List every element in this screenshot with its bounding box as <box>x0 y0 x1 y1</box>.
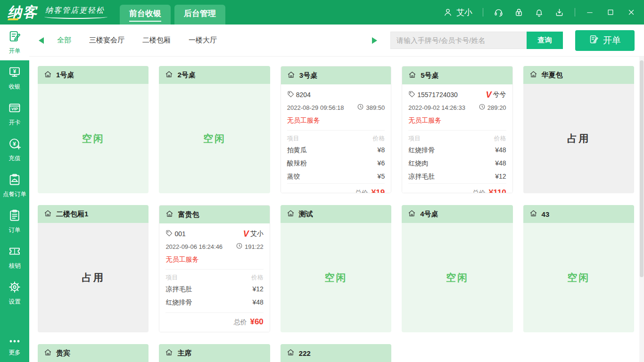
items-header: 项目 价格 <box>408 131 506 144</box>
order-item: 红烧肉 ¥48 <box>408 157 506 170</box>
tag-number: 15571724030 <box>417 91 458 99</box>
sidebar-item-label: 充值 <box>9 155 21 163</box>
table-name: 二楼包厢1 <box>56 210 88 219</box>
table-card-222[interactable]: 222 <box>281 344 391 362</box>
search-input[interactable] <box>390 32 527 49</box>
prev-arrow-icon[interactable] <box>39 37 44 44</box>
table-card-huaxia[interactable]: 华夏包 占用 <box>523 66 634 193</box>
table-name: 4号桌 <box>420 210 438 219</box>
main-nav-tabs: 前台收银 后台管理 <box>120 5 225 25</box>
member-badge: V 兮兮 <box>486 90 506 99</box>
status-text: 占用 <box>82 271 105 284</box>
price-col-label: 价格 <box>372 134 385 143</box>
table-card-2[interactable]: 2号桌 空闲 <box>159 66 270 193</box>
sidebar-item-open-order[interactable]: 开单 <box>0 25 29 60</box>
table-card-5[interactable]: 5号桌 15571724030 V 兮兮 2022-09 <box>402 66 512 193</box>
user-account[interactable]: 艾小 <box>443 7 472 18</box>
table-card-guibin[interactable]: 贵宾 <box>38 344 149 362</box>
order-item: 拍黄瓜 ¥8 <box>287 144 385 157</box>
sidebar-item-orders[interactable]: 订单 <box>0 204 29 239</box>
order-details: 001 V 艾小 2022-09-06 16:24:46 191:22 <box>159 223 269 332</box>
item-name: 红烧排骨 <box>165 298 192 307</box>
search-button[interactable]: 查询 <box>527 32 563 49</box>
doc-pen-icon <box>8 30 21 45</box>
tab-backend-manage[interactable]: 后台管理 <box>174 5 225 25</box>
table-card-43[interactable]: 43 空闲 <box>523 205 634 332</box>
next-arrow-icon[interactable] <box>372 37 377 44</box>
topbar: 纳客 纳客管店更轻松 前台收银 后台管理 艾小 <box>0 0 644 25</box>
search-group: 查询 <box>390 32 563 49</box>
download-icon[interactable] <box>554 8 564 17</box>
svg-text:VIP: VIP <box>11 107 18 111</box>
order-details: 15571724030 V 兮兮 2022-09-02 14:26:33 289… <box>402 84 512 193</box>
close-icon[interactable] <box>627 8 636 16</box>
house-icon <box>287 209 295 219</box>
table-status-body: 占用 <box>523 84 634 193</box>
item-price: ¥48 <box>495 146 506 155</box>
sidebar-item-label: 点餐订单 <box>3 190 26 198</box>
table-card-3[interactable]: 3号桌 8204 2022-08-29 09:56:18 389:50 <box>281 66 391 193</box>
sidebar-item-cashier[interactable]: ¥ 收银 <box>0 60 29 96</box>
vertical-scrollbar[interactable] <box>639 57 644 362</box>
minimize-icon[interactable] <box>586 8 594 16</box>
lock-icon[interactable] <box>514 8 524 17</box>
table-card-zhuxi[interactable]: 主席 <box>159 344 270 362</box>
table-card-fugui[interactable]: 富贵包 001 V 艾小 2022-09-06 16:2 <box>159 205 270 332</box>
tab-front-cashier[interactable]: 前台收银 <box>120 5 171 25</box>
sidebar-item-open-card[interactable]: VIP 开卡 <box>0 96 29 132</box>
sidebar: 开单 ¥ 收银 VIP 开卡 ¥ 充值 点餐订单 订单 核销 <box>0 25 29 362</box>
sidebar-item-label: 开单 <box>9 47 21 55</box>
sidebar-item-more[interactable]: 更多 <box>0 333 29 362</box>
sidebar-item-recharge[interactable]: ¥ 充值 <box>0 132 29 168</box>
table-card-test[interactable]: 测试 空闲 <box>281 205 391 332</box>
item-col-label: 项目 <box>408 134 421 143</box>
table-status-body: 空闲 <box>281 223 391 332</box>
house-icon <box>44 209 52 219</box>
order-item: 凉拌毛肚 ¥12 <box>408 170 506 183</box>
maximize-icon[interactable] <box>606 8 615 16</box>
category-lobby-1f[interactable]: 一楼大厅 <box>189 36 217 45</box>
table-status-body: 空闲 <box>523 223 634 332</box>
items-header: 项目 价格 <box>165 270 263 283</box>
table-card-room2f-1[interactable]: 二楼包厢1 占用 <box>38 205 149 332</box>
table-status-body: 空闲 <box>402 223 512 332</box>
service-note: 无员工服务 <box>287 116 385 125</box>
logo-slogan: 纳客管店更轻松 <box>45 6 105 19</box>
order-duration: 289:20 <box>479 103 506 112</box>
table-card-header: 测试 <box>281 205 391 223</box>
house-icon <box>44 348 52 358</box>
table-name: 43 <box>542 210 550 218</box>
open-order-button-label: 开单 <box>603 34 621 47</box>
item-name: 拍黄瓜 <box>287 146 307 155</box>
sidebar-item-label: 核销 <box>9 262 21 270</box>
item-price: ¥5 <box>378 173 385 181</box>
duration-value: 191:22 <box>245 243 264 250</box>
items-header: 项目 价格 <box>287 131 385 144</box>
sidebar-item-settings[interactable]: 设置 <box>0 275 29 311</box>
order-datetime: 2022-09-06 16:24:46 <box>165 243 223 250</box>
house-icon <box>408 71 416 80</box>
scrollbar-thumb[interactable] <box>640 60 644 277</box>
window-controls <box>586 8 636 16</box>
bell-icon[interactable] <box>534 8 544 17</box>
vip-card-icon: VIP <box>8 101 21 116</box>
sidebar-item-dish-orders[interactable]: 点餐订单 <box>0 168 29 204</box>
order-meta: 8204 <box>287 90 385 99</box>
status-text: 空闲 <box>567 271 590 284</box>
item-name: 红烧肉 <box>408 159 428 168</box>
total-label: 总价 <box>233 318 247 327</box>
open-order-button[interactable]: 开单 <box>575 30 635 51</box>
order-meta: 001 V 艾小 <box>165 230 263 238</box>
category-all[interactable]: 全部 <box>57 36 71 45</box>
table-status-body: 占用 <box>38 223 149 332</box>
table-card-4[interactable]: 4号桌 空闲 <box>402 205 512 332</box>
table-status-body: 空闲 <box>159 84 270 193</box>
house-icon <box>287 348 295 358</box>
clock-icon <box>479 103 486 112</box>
order-item: 酸辣粉 ¥6 <box>287 157 385 170</box>
table-card-1[interactable]: 1号桌 空闲 <box>38 66 149 193</box>
category-banquet-hall-3f[interactable]: 三楼宴会厅 <box>89 36 124 45</box>
headset-icon[interactable] <box>494 8 504 17</box>
sidebar-item-verify[interactable]: 核销 <box>0 239 29 275</box>
category-private-room-2f[interactable]: 二楼包厢 <box>142 36 171 45</box>
